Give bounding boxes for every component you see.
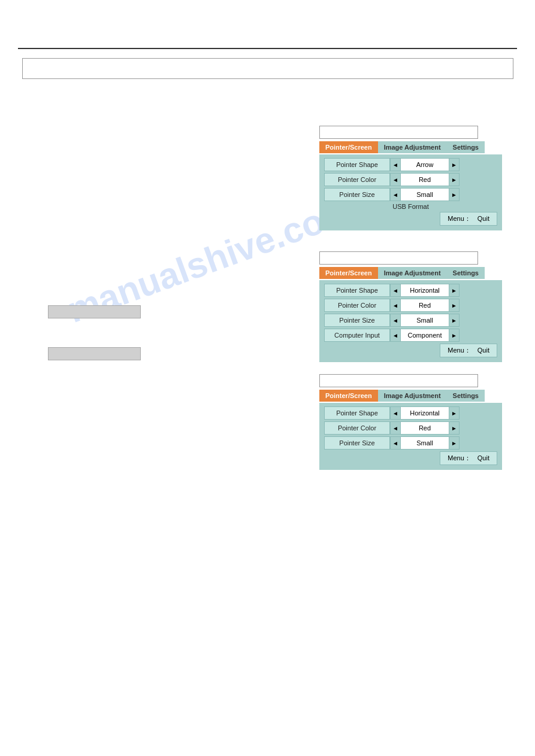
arrow-left-pointer-color-1[interactable]: ◄ — [390, 173, 401, 186]
tab-settings-3[interactable]: Settings — [447, 390, 485, 402]
left-label-1 — [48, 305, 141, 320]
tab-pointer-screen-2[interactable]: Pointer/Screen — [319, 267, 378, 279]
panel-1: Pointer/Screen Image Adjustment Settings… — [319, 126, 502, 230]
top-divider — [18, 48, 517, 49]
label-pointer-color-1: Pointer Color — [324, 173, 390, 186]
value-computer-input-2: Component — [401, 329, 449, 342]
panel-3-quit-row: Menu： Quit — [324, 451, 497, 465]
value-pointer-shape-2: Horizontal — [401, 284, 449, 297]
arrow-right-pointer-shape-3[interactable]: ► — [449, 406, 460, 420]
arrow-left-pointer-color-3[interactable]: ◄ — [390, 421, 401, 435]
value-pointer-color-1: Red — [401, 173, 449, 186]
arrow-right-pointer-color-3[interactable]: ► — [449, 421, 460, 435]
panel-1-quit-row: Menu： Quit — [324, 212, 497, 226]
top-input-box[interactable] — [22, 58, 513, 79]
tab-image-adjustment-3[interactable]: Image Adjustment — [378, 390, 447, 402]
label-pointer-shape-2: Pointer Shape — [324, 284, 390, 297]
label-pointer-color-3: Pointer Color — [324, 421, 390, 435]
panel-1-title — [319, 126, 478, 139]
panel-3: Pointer/Screen Image Adjustment Settings… — [319, 374, 502, 470]
tab-image-adjustment-1[interactable]: Image Adjustment — [378, 141, 447, 153]
quit-button-1[interactable]: Menu： Quit — [440, 212, 497, 226]
arrow-right-pointer-size-2[interactable]: ► — [449, 314, 460, 327]
label-computer-input-2: Computer Input — [324, 329, 390, 342]
arrow-right-pointer-color-2[interactable]: ► — [449, 299, 460, 312]
panel-2-row-3: Computer Input ◄ Component ► — [324, 329, 497, 342]
arrow-right-pointer-shape-2[interactable]: ► — [449, 284, 460, 297]
label-pointer-size-1: Pointer Size — [324, 188, 390, 201]
tab-settings-1[interactable]: Settings — [447, 141, 485, 153]
arrow-left-pointer-color-2[interactable]: ◄ — [390, 299, 401, 312]
label-pointer-size-3: Pointer Size — [324, 436, 390, 450]
arrow-left-computer-input-2[interactable]: ◄ — [390, 329, 401, 342]
tab-image-adjustment-2[interactable]: Image Adjustment — [378, 267, 447, 279]
panel-2-row-0: Pointer Shape ◄ Horizontal ► — [324, 284, 497, 297]
panel-3-body: Pointer Shape ◄ Horizontal ► Pointer Col… — [319, 403, 502, 470]
panel-3-tabs: Pointer/Screen Image Adjustment Settings — [319, 390, 502, 402]
quit-button-3[interactable]: Menu： Quit — [440, 451, 497, 465]
panel-2-title — [319, 251, 478, 265]
label-pointer-color-2: Pointer Color — [324, 299, 390, 312]
arrow-left-pointer-shape-3[interactable]: ◄ — [390, 406, 401, 420]
value-pointer-size-2: Small — [401, 314, 449, 327]
gray-box-2 — [48, 347, 141, 360]
quit-button-2[interactable]: Menu： Quit — [440, 344, 497, 357]
value-pointer-size-1: Small — [401, 188, 449, 201]
panel-1-body: Pointer Shape ◄ Arrow ► Pointer Color ◄ … — [319, 154, 502, 230]
value-pointer-shape-1: Arrow — [401, 158, 449, 171]
value-pointer-shape-3: Horizontal — [401, 406, 449, 420]
arrow-right-pointer-size-1[interactable]: ► — [449, 188, 460, 201]
panel-3-row-1: Pointer Color ◄ Red ► — [324, 421, 497, 435]
panel-3-row-0: Pointer Shape ◄ Horizontal ► — [324, 406, 497, 420]
arrow-left-pointer-size-2[interactable]: ◄ — [390, 314, 401, 327]
arrow-left-pointer-size-3[interactable]: ◄ — [390, 436, 401, 450]
panel-3-title — [319, 374, 478, 387]
panel-1-row-1: Pointer Color ◄ Red ► — [324, 173, 497, 186]
panel-1-row-0: Pointer Shape ◄ Arrow ► — [324, 158, 497, 171]
gray-box-1 — [48, 305, 141, 318]
value-pointer-color-3: Red — [401, 421, 449, 435]
arrow-left-pointer-shape-2[interactable]: ◄ — [390, 284, 401, 297]
panel-1-row-2: Pointer Size ◄ Small ► — [324, 188, 497, 201]
arrow-right-computer-input-2[interactable]: ► — [449, 329, 460, 342]
panel-1-tabs: Pointer/Screen Image Adjustment Settings — [319, 141, 502, 153]
usb-format-row: USB Format — [324, 203, 497, 210]
tab-pointer-screen-1[interactable]: Pointer/Screen — [319, 141, 378, 153]
arrow-left-pointer-shape-1[interactable]: ◄ — [390, 158, 401, 171]
panel-2: Pointer/Screen Image Adjustment Settings… — [319, 251, 502, 362]
label-pointer-size-2: Pointer Size — [324, 314, 390, 327]
tab-pointer-screen-3[interactable]: Pointer/Screen — [319, 390, 378, 402]
arrow-right-pointer-shape-1[interactable]: ► — [449, 158, 460, 171]
tab-settings-2[interactable]: Settings — [447, 267, 485, 279]
value-pointer-size-3: Small — [401, 436, 449, 450]
left-label-2 — [48, 347, 141, 362]
panel-2-row-1: Pointer Color ◄ Red ► — [324, 299, 497, 312]
panel-2-quit-row: Menu： Quit — [324, 344, 497, 357]
panel-2-body: Pointer Shape ◄ Horizontal ► Pointer Col… — [319, 280, 502, 362]
page-container: manualshive.com Pointer/Screen Image Adj… — [0, 0, 535, 756]
usb-format-label[interactable]: USB Format — [392, 203, 429, 210]
arrow-left-pointer-size-1[interactable]: ◄ — [390, 188, 401, 201]
arrow-right-pointer-color-1[interactable]: ► — [449, 173, 460, 186]
label-pointer-shape-1: Pointer Shape — [324, 158, 390, 171]
label-pointer-shape-3: Pointer Shape — [324, 406, 390, 420]
value-pointer-color-2: Red — [401, 299, 449, 312]
panel-3-row-2: Pointer Size ◄ Small ► — [324, 436, 497, 450]
arrow-right-pointer-size-3[interactable]: ► — [449, 436, 460, 450]
panel-2-row-2: Pointer Size ◄ Small ► — [324, 314, 497, 327]
panel-2-tabs: Pointer/Screen Image Adjustment Settings — [319, 267, 502, 279]
